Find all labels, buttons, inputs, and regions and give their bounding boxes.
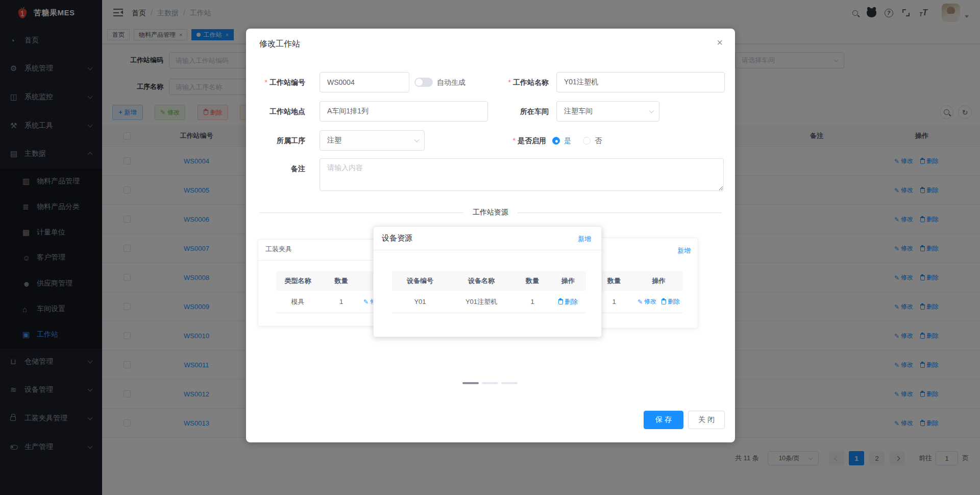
enabled-no-radio[interactable] bbox=[583, 137, 591, 145]
trash-icon bbox=[558, 299, 563, 304]
enabled-field-label: 是否启用 bbox=[481, 130, 546, 151]
trash-icon bbox=[662, 299, 666, 304]
save-button[interactable]: 保 存 bbox=[644, 411, 683, 429]
edit-workstation-dialog: 修改工作站 × 工作站编号 自动生成 工作站名称 工作站地点 所在车间 注塑车间… bbox=[246, 29, 735, 442]
dialog-title: 修改工作站 bbox=[259, 39, 300, 50]
code-field-label: 工作站编号 bbox=[246, 72, 305, 92]
close-button[interactable]: 关 闭 bbox=[688, 411, 725, 429]
name-field[interactable] bbox=[556, 72, 725, 92]
code-field[interactable] bbox=[320, 72, 409, 92]
location-field-label: 工作站地点 bbox=[246, 101, 305, 122]
device-resource-popup: 设备资源 新增 设备编号 设备名称 数量 操作 Y01 Y01注塑机 1 删除 bbox=[373, 226, 602, 337]
carousel-indicator-2[interactable] bbox=[482, 382, 498, 384]
enabled-yes-label[interactable]: 是 bbox=[564, 130, 571, 151]
carousel-indicator-1[interactable] bbox=[462, 382, 479, 384]
pencil-icon bbox=[363, 298, 369, 305]
right-panel-delete-link[interactable]: 删除 bbox=[662, 297, 680, 306]
app-window: 苦糖果MES ◔首页 ⚙系统管理 ◫系统监控 ⚒系统工具 ▤主数据 ▥物料产品管… bbox=[0, 0, 980, 495]
chevron-down-icon bbox=[414, 137, 420, 143]
device-table-row: Y01 Y01注塑机 1 删除 bbox=[392, 291, 586, 313]
device-popup-title: 设备资源 bbox=[382, 233, 412, 243]
device-add-link[interactable]: 新增 bbox=[578, 234, 591, 244]
close-icon[interactable]: × bbox=[717, 37, 723, 49]
location-field[interactable] bbox=[320, 101, 488, 122]
auto-generate-label: 自动生成 bbox=[437, 72, 465, 92]
auto-generate-toggle[interactable] bbox=[414, 78, 433, 87]
workshop-field-label: 所在车间 bbox=[481, 101, 549, 122]
remark-textarea[interactable] bbox=[320, 158, 724, 191]
process-select[interactable]: 注塑 bbox=[320, 130, 425, 151]
carousel-indicator-3[interactable] bbox=[501, 382, 518, 384]
process-field-label: 所属工序 bbox=[246, 130, 305, 151]
enabled-yes-radio[interactable] bbox=[552, 137, 560, 145]
right-panel-add-link[interactable]: 新增 bbox=[677, 246, 691, 255]
right-panel-edit-link[interactable]: 修改 bbox=[638, 297, 656, 306]
enabled-no-label[interactable]: 否 bbox=[595, 130, 602, 151]
section-divider-title: 工作站资源 bbox=[463, 208, 518, 217]
device-delete-link[interactable]: 删除 bbox=[558, 297, 578, 307]
remark-field-label: 备注 bbox=[246, 158, 305, 179]
pencil-icon bbox=[638, 298, 643, 305]
workshop-select[interactable]: 注塑车间 bbox=[556, 101, 659, 122]
device-table-header: 设备编号 设备名称 数量 操作 bbox=[392, 271, 586, 291]
chevron-down-icon bbox=[649, 108, 654, 113]
name-field-label: 工作站名称 bbox=[481, 72, 549, 92]
fixture-panel-title: 工装夹具 bbox=[265, 245, 292, 254]
